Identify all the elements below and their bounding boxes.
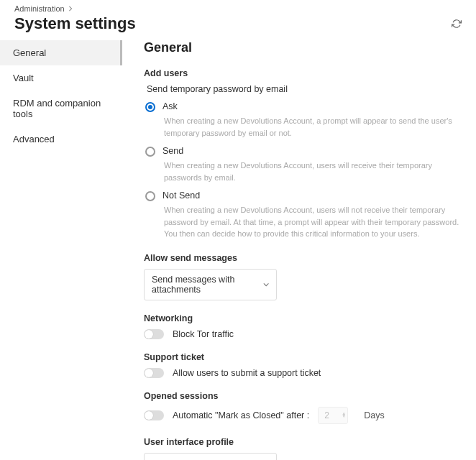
sidebar-item-general[interactable]: General (0, 40, 122, 65)
chevron-down-icon (263, 281, 269, 288)
refresh-icon[interactable] (452, 19, 462, 29)
toggle-label: Automatic "Mark as Closed" after : (173, 410, 309, 420)
radio-desc: When creating a new Devolutions Account,… (164, 204, 462, 240)
allow-messages-title: Allow send messages (144, 253, 462, 263)
chevron-right-icon (68, 6, 73, 12)
radio-label: Send (163, 146, 183, 156)
opened-sessions-title: Opened sessions (144, 391, 462, 401)
sidebar: General Vault RDM and companion tools Ad… (0, 40, 122, 460)
main-panel: General Add users Send temporary passwor… (122, 40, 476, 460)
radio-group: Ask When creating a new Devolutions Acco… (145, 101, 462, 240)
add-users-title: Add users (144, 68, 462, 78)
days-input[interactable]: 2 ▲▼ (318, 407, 348, 424)
breadcrumb-parent[interactable]: Administration (14, 4, 65, 13)
days-value: 2 (324, 410, 329, 420)
sidebar-item-rdm[interactable]: RDM and companion tools (0, 91, 122, 126)
add-users-subtitle: Send temporary password by email (147, 84, 462, 94)
select-value: Send messages with attachments (152, 275, 263, 295)
days-unit: Days (364, 410, 384, 420)
sidebar-item-vault[interactable]: Vault (0, 65, 122, 91)
toggle-label: Block Tor traffic (173, 329, 234, 339)
radio-send[interactable] (145, 147, 155, 157)
sidebar-item-label: Vault (13, 73, 34, 83)
sidebar-item-advanced[interactable]: Advanced (0, 126, 122, 152)
sidebar-item-label: Advanced (13, 134, 55, 144)
page-title: System settings (14, 14, 136, 33)
radio-desc: When creating a new Devolutions Account,… (164, 115, 462, 139)
sidebar-item-label: RDM and companion tools (13, 98, 101, 119)
ui-profile-select[interactable]: IT professional (144, 453, 277, 461)
section-heading: General (144, 40, 462, 55)
stepper-icon[interactable]: ▲▼ (342, 412, 346, 419)
radio-not-send[interactable] (145, 191, 155, 201)
block-tor-toggle[interactable] (144, 329, 164, 339)
radio-desc: When creating a new Devolutions Account,… (164, 160, 462, 183)
radio-label: Ask (163, 101, 178, 111)
radio-ask[interactable] (145, 102, 155, 112)
auto-close-toggle[interactable] (144, 410, 164, 420)
toggle-label: Allow users to submit a support ticket (173, 368, 321, 378)
allow-messages-select[interactable]: Send messages with attachments (144, 269, 277, 300)
networking-title: Networking (144, 313, 462, 323)
sidebar-item-label: General (13, 47, 46, 58)
support-ticket-title: Support ticket (144, 352, 462, 362)
ui-profile-title: User interface profile (144, 437, 462, 447)
support-ticket-toggle[interactable] (144, 368, 164, 378)
breadcrumb[interactable]: Administration (0, 0, 476, 13)
radio-label: Not Send (163, 190, 200, 201)
